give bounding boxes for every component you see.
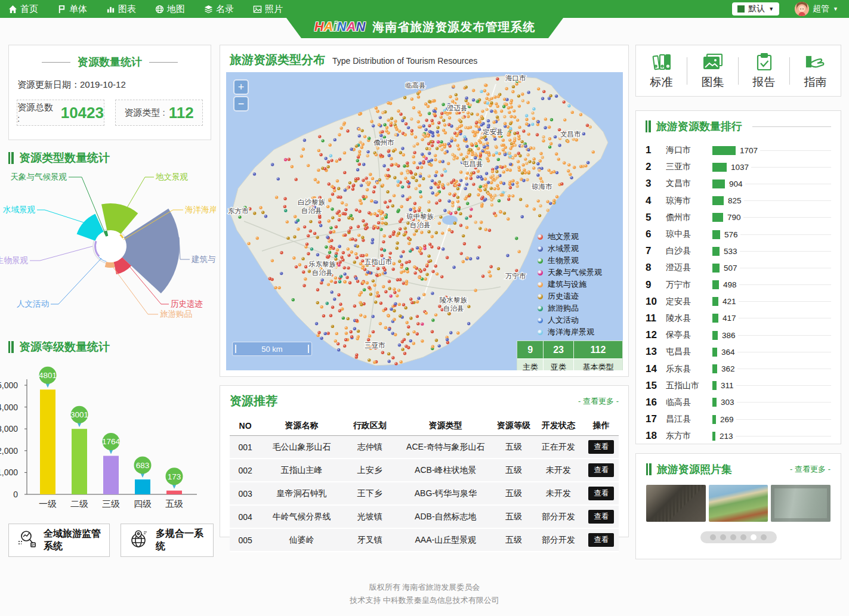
quick-link-图集[interactable]: 图集 [687,52,738,90]
hainan-logo: HAiNAN [314,19,366,35]
report-icon [756,52,773,72]
pagination-dot-4[interactable] [740,534,746,540]
rank-region-name: 三亚市 [666,162,712,172]
map-canvas[interactable]: 儋州市澄迈县临高县海口市文昌市定安县屯昌县琼海市东方市白沙黎族自治县琼中黎族自治… [226,72,623,370]
cell-name: 仙婆岭 [261,528,342,552]
zoom-in-button[interactable]: + [233,79,249,95]
quick-link-标准[interactable]: 标准 [636,52,687,90]
rank-value: 311 [721,381,734,390]
rank-number: 8 [646,262,666,274]
top-nav: 首页单体图表地图名录照片 默认 ▼ 超管 ▼ [0,0,849,18]
map-legend-item: 海洋海岸景观 [538,326,602,338]
pagination-dot-2[interactable] [720,534,726,540]
nav-item-3[interactable]: 图表 [106,0,147,18]
svg-text:683: 683 [136,461,150,470]
photo-title-row: 旅游资源照片集 - 查看更多 - [646,462,831,476]
rank-value: 364 [721,348,735,357]
theme-select-button[interactable]: 默认 ▼ [732,2,779,16]
home-icon [8,5,17,14]
svg-text:天象与气候景观: 天象与气候景观 [11,172,67,181]
pagination-dot-3[interactable] [730,534,736,540]
cell-level: 五级 [494,528,533,552]
quick-link-报告[interactable]: 报告 [739,52,789,90]
map-city-label: 自治县 [301,207,322,214]
pagination-dot-1[interactable] [710,534,716,540]
recommend-column-header: 开发状态 [533,416,584,436]
user-label: 超管 [813,4,829,14]
recommend-panel: 资源推荐 - 查看更多 - NO资源名称行政区划资源类型资源等级开发状态操作 0… [220,385,629,537]
rank-bar [712,415,716,424]
rank-bar [712,381,717,390]
rank-bar [712,348,717,357]
basic-type-count: 112 [573,341,622,359]
view-button[interactable]: 查看 [588,463,614,477]
photo-icon [253,5,262,14]
divider [745,184,831,184]
map-city-label: 乐东黎族 [308,261,336,268]
photo-thumbnail-inscription[interactable] [646,485,706,522]
cell-district: 王下乡 [342,482,397,505]
photo-row [646,485,831,522]
zoom-out-button[interactable]: − [233,96,249,112]
tourism-supervision-system-button[interactable]: 全域旅游监管系统 [8,524,110,557]
rank-value: 904 [729,179,743,188]
view-button[interactable]: 查看 [588,440,614,454]
map-legend-item: 建筑与设施 [538,278,602,290]
map-panel: 旅游资源类型分布 Type Distribution of Tourism Re… [220,45,629,377]
cell-level: 五级 [494,459,533,482]
view-button[interactable]: 查看 [588,487,614,500]
table-row: 002五指山主峰上安乡ACB-峰柱状地景五级未开发查看 [230,459,619,482]
pagination-dot-5[interactable] [751,534,757,540]
rank-value: 790 [727,213,741,222]
rank-bar [712,230,720,239]
legend-dot-icon [538,282,543,287]
avatar [795,2,809,16]
cell-status: 部分开发 [533,505,584,528]
type-chart-title-row: 资源类型数量统计 [8,150,110,166]
map-header: 旅游资源类型分布 Type Distribution of Tourism Re… [230,52,628,68]
footer: 版权所有 海南省旅游发展委员会 技术支持 中科数景秦皇岛信息技术有限公司 [0,581,849,607]
divider [737,402,831,403]
photo-thumbnail-coast[interactable] [709,485,768,522]
nav-item-4[interactable]: 地图 [155,0,196,18]
monitor-search-icon [16,528,38,552]
quick-link-指南[interactable]: 指南 [790,52,841,90]
map-city-label: 五指山市 [364,258,393,265]
view-button[interactable]: 查看 [588,533,614,547]
legend-dot-icon [538,234,543,240]
map-legend-item: 生物景观 [538,255,602,267]
rank-region-name: 文昌市 [666,178,712,189]
rank-value: 507 [724,264,737,273]
rank-number: 2 [646,161,666,173]
map-legend-item: 人文活动 [538,314,602,326]
nav-item-2[interactable]: 单体 [57,0,98,18]
recommend-more-link[interactable]: - 查看更多 - [578,396,619,407]
photos-more-link[interactable]: - 查看更多 - [790,464,831,475]
cell-status: 部分开发 [533,528,584,552]
ranking-row: 11陵水县417 [646,310,831,327]
nav-item-1[interactable]: 首页 [8,0,49,18]
cell-level: 五级 [494,482,533,505]
cell-status: 正在开发 [533,436,584,459]
svg-text:2,000: 2,000 [0,446,18,456]
photo-thumbnail-signboard[interactable] [771,485,831,522]
rank-number: 14 [646,363,666,375]
cell-district: 志仲镇 [342,436,397,459]
cell-no: 005 [230,528,261,552]
multi-plan-system-button[interactable]: 多规合一系统 [121,524,214,557]
nav-item-5[interactable]: 名录 [204,0,245,18]
divider [736,436,831,437]
nav-item-6[interactable]: 照片 [253,0,294,18]
rank-region-name: 白沙县 [666,246,712,256]
rank-bar [712,264,720,273]
cell-no: 001 [230,436,261,459]
map-city-label: 万宁市 [505,273,526,280]
rank-value: 386 [722,331,736,340]
map-legend-item: 水域景观 [538,243,602,255]
layers-icon [204,5,213,14]
pagination-dot-6[interactable] [761,534,767,540]
view-button[interactable]: 查看 [588,510,614,524]
rank-bar [712,146,736,155]
user-menu[interactable]: 超管 ▼ [795,2,838,16]
table-row: 005仙婆岭牙叉镇AAA-山丘型景观五级部分开发查看 [230,528,619,552]
